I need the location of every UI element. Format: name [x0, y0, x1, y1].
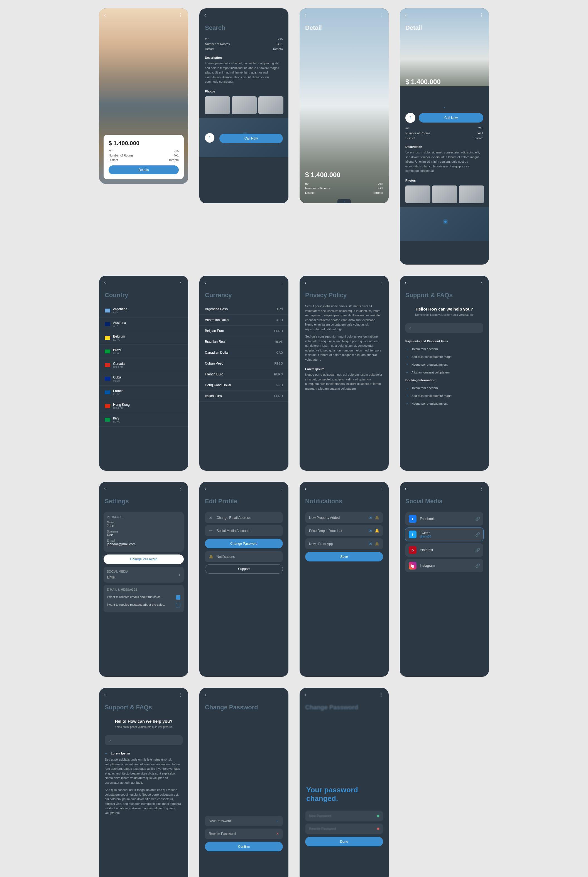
bell-icon[interactable]: 🔔: [375, 542, 379, 546]
social-row[interactable]: tTwitter@john00🔗: [405, 528, 483, 541]
country-row[interactable]: BelgiumEURO: [99, 331, 188, 345]
more-icon[interactable]: ⋮: [279, 486, 284, 491]
bell-icon[interactable]: 🔔: [375, 529, 379, 533]
more-icon[interactable]: ⋮: [279, 280, 284, 285]
faq-item[interactable]: →Neque porro quisquam est: [400, 360, 489, 368]
social-row[interactable]: igInstagram🔗: [405, 559, 483, 572]
call-now-button[interactable]: Call Now: [219, 134, 283, 143]
checkbox-emails[interactable]: [176, 595, 180, 600]
photo-gallery[interactable]: [200, 95, 288, 118]
notifications-row[interactable]: 🔔Notifications: [205, 551, 283, 562]
back-icon[interactable]: ‹: [204, 279, 206, 285]
more-icon[interactable]: ⋮: [379, 280, 384, 285]
more-icon[interactable]: ⋮: [479, 486, 484, 491]
call-now-button[interactable]: Call Now: [419, 113, 483, 123]
more-icon[interactable]: ⋮: [279, 692, 284, 697]
expand-handle[interactable]: ⌄: [338, 199, 351, 203]
currency-row[interactable]: Argentina PesoARS: [200, 304, 288, 315]
back-icon[interactable]: ‹: [104, 279, 106, 285]
map[interactable]: [400, 207, 489, 240]
faq-item[interactable]: →Aliquam quaerat voluptatem: [400, 368, 489, 376]
more-icon[interactable]: ⋮: [379, 12, 384, 18]
link-icon[interactable]: 🔗: [475, 548, 480, 552]
country-row[interactable]: ItalyEURO: [99, 413, 188, 426]
change-password-button[interactable]: Change Password: [205, 539, 283, 548]
back-icon[interactable]: ‹: [405, 279, 406, 285]
name-field[interactable]: John: [107, 524, 180, 528]
more-icon[interactable]: ⋮: [479, 12, 484, 18]
currency-row[interactable]: French EuroEURO: [200, 369, 288, 380]
currency-row[interactable]: Hong Kong DollarHKD: [200, 380, 288, 391]
back-icon[interactable]: ‹: [405, 12, 406, 18]
change-email-row[interactable]: ✉Change Email Address: [205, 512, 283, 523]
faq-item[interactable]: →Sed quia consequuntur magni: [400, 392, 489, 399]
country-row[interactable]: CubaPESO: [99, 372, 188, 386]
details-button[interactable]: Details: [109, 165, 179, 174]
more-icon[interactable]: ⋮: [178, 280, 183, 285]
back-icon[interactable]: ‹: [304, 12, 306, 18]
photo-gallery[interactable]: [400, 184, 489, 207]
more-icon[interactable]: ⋮: [178, 486, 183, 491]
photo-thumb[interactable]: [459, 185, 484, 203]
photo-thumb[interactable]: [205, 96, 230, 114]
checkbox-messages[interactable]: [176, 603, 180, 607]
faq-item[interactable]: →Totam rem aperiam: [400, 384, 489, 392]
mail-icon[interactable]: ✉: [369, 529, 372, 533]
link-icon[interactable]: 🔗: [475, 563, 480, 568]
back-icon[interactable]: ‹: [405, 486, 406, 491]
share-button[interactable]: ⇧: [205, 133, 214, 143]
search-input[interactable]: ⌕: [405, 323, 483, 333]
surname-field[interactable]: Doe: [107, 533, 180, 537]
country-row[interactable]: ArgentinaARS: [99, 304, 188, 317]
photo-thumb[interactable]: [405, 185, 430, 203]
faq-item[interactable]: →Totam rem aperiam: [400, 345, 489, 353]
link-icon[interactable]: 🔗: [475, 532, 480, 537]
back-icon[interactable]: ‹: [104, 486, 106, 491]
link-icon[interactable]: 🔗: [475, 517, 480, 521]
search-input[interactable]: ⌕: [105, 735, 183, 745]
confirm-button[interactable]: Confirm: [205, 842, 283, 851]
back-icon[interactable]: ‹: [104, 692, 106, 698]
back-link[interactable]: ←Lorem Ipsum: [99, 749, 188, 757]
country-row[interactable]: AustraliaAUD: [99, 317, 188, 331]
social-accounts-row[interactable]: ⫘Social Media Accounts: [205, 525, 283, 536]
change-password-button[interactable]: Change Password: [104, 554, 184, 564]
email-field[interactable]: johndoe@mail.com: [107, 542, 180, 546]
social-links-row[interactable]: SOCIAL MEDIA Links ›: [104, 567, 184, 583]
photo-thumb[interactable]: [232, 96, 257, 114]
country-row[interactable]: Hong KongDOLLAR: [99, 399, 188, 413]
new-password-input[interactable]: New Password✓: [205, 816, 283, 826]
country-row[interactable]: CanadaDOLLAR: [99, 359, 188, 372]
photo-thumb[interactable]: [258, 96, 284, 114]
more-icon[interactable]: ⋮: [178, 692, 183, 697]
bell-icon[interactable]: 🔔: [375, 515, 379, 520]
currency-row[interactable]: Cuban PesoPESO: [200, 358, 288, 369]
country-row[interactable]: BrazilREAL: [99, 345, 188, 359]
social-row[interactable]: pPinterest🔗: [405, 544, 483, 557]
support-button[interactable]: Support: [205, 564, 283, 574]
photo-thumb[interactable]: [432, 185, 457, 203]
country-row[interactable]: FranceEURO: [99, 386, 188, 399]
currency-row[interactable]: Australian DollarAUD: [200, 315, 288, 326]
rewrite-password-input[interactable]: Rewrite Password✕: [205, 829, 283, 839]
back-icon[interactable]: ‹: [204, 486, 206, 491]
back-icon[interactable]: ‹: [204, 692, 206, 698]
faq-item[interactable]: →Neque porro quisquam est: [400, 399, 489, 407]
back-icon[interactable]: ‹: [104, 12, 106, 18]
more-icon[interactable]: ⋮: [178, 12, 183, 18]
collapse-handle[interactable]: ⌄: [438, 104, 451, 109]
more-icon[interactable]: ⋮: [279, 12, 284, 18]
back-icon[interactable]: ‹: [304, 279, 306, 285]
share-button[interactable]: ⇧: [405, 113, 416, 123]
done-button[interactable]: Done: [305, 837, 383, 846]
currency-row[interactable]: Brazilian RealREAL: [200, 336, 288, 347]
faq-item[interactable]: →Sed quia consequuntur magni: [400, 353, 489, 360]
mail-icon[interactable]: ✉: [369, 515, 372, 520]
save-button[interactable]: Save: [305, 552, 383, 562]
currency-row[interactable]: Italian EuroEURO: [200, 391, 288, 402]
back-icon[interactable]: ‹: [204, 12, 206, 18]
currency-row[interactable]: Belgian EuroEURO: [200, 326, 288, 336]
back-icon[interactable]: ‹: [304, 486, 306, 491]
more-icon[interactable]: ⋮: [379, 486, 384, 491]
social-row[interactable]: fFacebook🔗: [405, 512, 483, 526]
